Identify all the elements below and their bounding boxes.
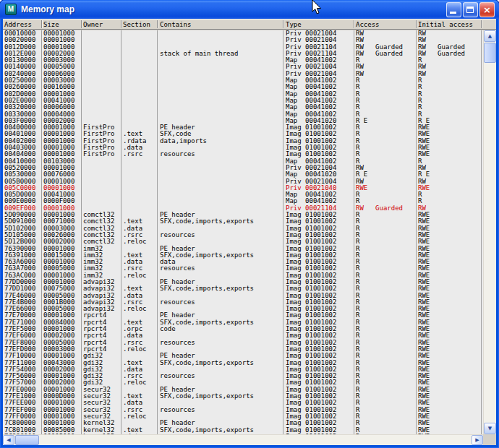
table-row[interactable]: 0002000000001000Priv 00021004RWRW [3,37,483,43]
table-row[interactable]: 5D09100000071000comctl32.textSFX,code,im… [3,218,483,225]
table-row[interactable]: 77EF600000002000rpcrt4.dataImag 01001002… [3,332,483,339]
cell-section: .reloc [123,238,147,245]
column-header-contains[interactable]: Contains [160,20,191,30]
cell-contains: resources [160,407,195,413]
window-icon[interactable]: M [5,4,17,15]
table-row[interactable]: 7639100000015000imm32.textSFX,code,impor… [3,252,483,259]
table-row[interactable]: 7C80100000085000kernel32.textSFX,code,im… [3,427,483,434]
cell-section: .reloc [123,413,147,420]
table-row[interactable]: 763AC00000001000imm32.relocImag 01001002… [3,272,483,279]
horizontal-scrollbar[interactable]: ◀ ▶ [3,434,483,445]
table-row[interactable]: 5D10200000003000comctl32.dataImag 010010… [3,225,483,232]
header-separator [157,20,158,28]
table-row[interactable]: 0040200000001000FirstPro.rdatadata,impor… [3,138,483,145]
cell-type: Imag 01001002 [286,434,336,434]
table-row[interactable]: 0032000000006000Map 00041002RR [3,104,483,111]
table-row[interactable]: 005D000000041000Map 00041002RR [3,191,483,198]
table-row[interactable]: 77E4600000005000advapi32.dataImag 010010… [3,293,483,299]
table-row[interactable]: 77DD100000075000advapi32.textSFX,code,im… [3,285,483,292]
table-row[interactable]: 77FF000000001000secur32.relocImag 010010… [3,413,483,420]
window-controls: × [446,2,495,17]
table-row[interactable]: 77E7100000084000rpcrt4.textSFX,code,impo… [3,319,483,326]
table-row[interactable]: 77FEE00000001000secur32.dataImag 0100100… [3,400,483,406]
table-row[interactable]: 0040000000001000FirstProPE headerImag 01… [3,124,483,131]
minimize-icon [450,12,456,14]
table-row[interactable]: 0040100000001000FirstPro.textSFX,codeIma… [3,131,483,137]
table-row[interactable]: 77F5600000001000gdi32.rsrcresourcesImag … [3,373,483,379]
cell-address: 7C886000 [4,434,35,434]
column-header-access[interactable]: Access [356,20,380,30]
vertical-scrollbar[interactable]: ▲ ▼ [483,30,496,434]
table-row[interactable]: 0040400000001000FirstPro.rsrcresourcesIm… [3,151,483,158]
scrollbar-corner [483,434,496,445]
column-header-type[interactable]: Type [286,20,302,30]
title-bar[interactable]: M Memory map × [0,0,499,19]
table-row[interactable]: 77F5700000002000gdi32.relocImag 01001002… [3,379,483,386]
column-header-size[interactable]: Size [43,20,59,30]
scroll-down-button[interactable]: ▼ [484,423,496,434]
close-button[interactable]: × [479,2,495,17]
table-row[interactable]: 77EF500000001000rpcrt4.orpccodeImag 0100… [3,326,483,332]
column-header-owner[interactable]: Owner [83,20,103,30]
window-title: Memory map [21,4,446,14]
table-row[interactable]: 763A600000001000imm32.datadataImag 01001… [3,259,483,265]
horizontal-scroll-thumb[interactable] [15,435,39,445]
memory-table: 0001000000001000Priv 00021004RWRW0002000… [3,30,483,434]
table-row[interactable]: 77F1100000043000gdi32.textSFX,code,impor… [3,360,483,366]
cell-access: R [356,434,359,434]
table-row[interactable]: 0026000000016000Map 00041002RR [3,84,483,90]
table-row[interactable]: 002D000000001000Map 00041002RR [3,91,483,98]
screenshot-stage: M Memory map × AddressSizeOwnerSectionCo… [0,0,499,448]
table-row[interactable]: 005B000000001000Priv 00021004RWRW [3,178,483,185]
minimize-button[interactable] [446,2,461,17]
table-row[interactable]: 003F000000002000Map 00041020R ER E [3,118,483,124]
table-row[interactable]: 77F5400000002000gdi32.dataImag 01001002R… [3,366,483,373]
cell-section: .reloc [123,272,147,279]
cell-contains: SFX,code,imports,exports [160,218,254,225]
table-row[interactable]: 002E000000041000Map 00041002RR [3,98,483,104]
cell-access: RW Guarded [356,51,403,57]
table-row[interactable]: 009E00000000F000Map 00041002RR [3,198,483,204]
table-row[interactable]: 0041000000103000Map 00041002RR [3,158,483,165]
column-header-address[interactable]: Address [4,20,32,30]
table-row[interactable]: 77FE10000000D000secur32.textSFX,code,imp… [3,393,483,400]
table-row[interactable]: 0033000000004000Map 00041002RR [3,111,483,118]
table-row[interactable]: 0013000000003000Map 00041002RR [3,57,483,64]
table-row[interactable]: 77FEF00000001000secur32.rsrcresourcesIma… [3,407,483,413]
header-separator [416,20,417,28]
table-row[interactable]: 7C88600000005000kernel32.dataImag 010010… [3,434,483,434]
table-row[interactable]: 0012D00000001000Priv 00021104RW GuardedR… [3,44,483,51]
scroll-left-button[interactable]: ◀ [3,435,14,445]
table-row[interactable]: 0053000000076000Map 00041020R ER E [3,171,483,178]
table-row[interactable]: 0052000000001000Priv 00021004RWRW [3,165,483,171]
cell-access: RW Guarded [356,205,403,212]
table-row[interactable]: 0024000000006000Priv 00021004RWRW [3,71,483,77]
table-row[interactable]: 0014000000005000Priv 00021004RWRW [3,64,483,70]
scroll-right-button[interactable]: ▶ [472,435,483,445]
table-row[interactable]: 5D10500000026000comctl32.rsrcresourcesIm… [3,232,483,238]
table-row[interactable]: 0025000000003000Map 00041002RR [3,77,483,84]
cell-contains: resources [160,340,195,346]
table-row[interactable]: 763A700000005000imm32.rsrcresourcesImag … [3,265,483,272]
table-row[interactable]: 0001000000001000Priv 00021004RWRW [3,30,483,37]
table-row[interactable]: 0040300000001000FirstPro.dataImag 010010… [3,145,483,151]
table-row[interactable]: 5D12B00000002000comctl32.relocImag 01001… [3,238,483,245]
maximize-button[interactable] [463,2,478,17]
table-row[interactable]: 77E4B0000001B000advapi32.rsrcresourcesIm… [3,299,483,306]
table-row[interactable]: 77EFD00000003000rpcrt4.relocImag 0100100… [3,346,483,353]
cell-section: .reloc [123,306,147,312]
cell-size: 00005000 [43,434,74,434]
scroll-up-button[interactable]: ▲ [484,30,496,42]
table-row[interactable]: 77EF800000005000rpcrt4.rsrcresourcesImag… [3,340,483,346]
column-header-section[interactable]: Section [123,20,150,30]
column-header-initial[interactable]: Initial access [418,20,473,30]
header-separator [283,20,283,28]
table-row[interactable]: 005C000000001000Priv 00021040RWERWE [3,185,483,191]
header-separator [121,20,121,28]
table-row[interactable]: 009EF00000001000Priv 00021104RW GuardedR… [3,205,483,212]
mouse-cursor [312,0,323,16]
vertical-scroll-thumb[interactable] [484,43,496,63]
table-row[interactable]: 77E6600000005000advapi32.relocImag 01001… [3,306,483,312]
cell-section: .rsrc [123,151,142,158]
table-row[interactable]: 0012E00000002000stack of main threadPriv… [3,51,483,57]
